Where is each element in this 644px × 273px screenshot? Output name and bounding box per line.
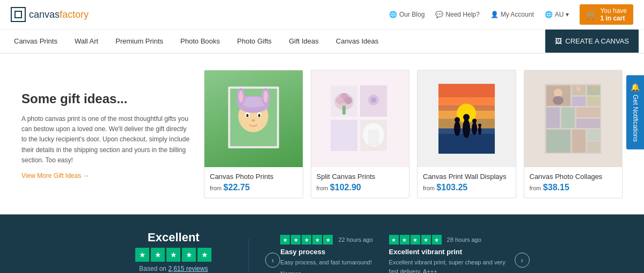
logo[interactable]: canvasfactory	[11, 7, 89, 22]
svg-rect-51	[561, 107, 575, 128]
cart-icon: 🛒	[586, 10, 597, 20]
svg-rect-53	[576, 119, 600, 128]
account-icon: 👤	[491, 11, 499, 18]
products-grid: Canvas Photo Prints from $22.75	[204, 70, 623, 198]
product-image-sunset	[418, 70, 516, 167]
trustpilot-divider	[248, 239, 249, 273]
account-link[interactable]: 👤 My Account	[491, 11, 534, 18]
main-nav: Canvas Prints Wall Art Premium Prints Ph…	[0, 30, 644, 54]
blog-link[interactable]: 🌐 Our Blog	[389, 11, 425, 18]
svg-rect-52	[576, 107, 600, 117]
svg-point-58	[554, 89, 562, 97]
bell-icon: 🔔	[631, 83, 640, 91]
product-price: from $103.25	[423, 183, 510, 192]
review-1-header: ★ ★ ★ ★ ★ 22 hours ago	[280, 235, 372, 245]
logo-text: canvasfactory	[29, 9, 89, 20]
svg-rect-28	[368, 130, 379, 146]
left-text: Some gift ideas... A photo canvas print …	[21, 70, 193, 179]
review-1-text: Easy process, and fast turnaround!	[280, 258, 372, 267]
product-card-canvas-photo-prints[interactable]: Canvas Photo Prints from $22.75	[204, 70, 303, 198]
svg-rect-48	[572, 97, 586, 106]
svg-point-43	[478, 124, 481, 127]
product-price: from $38.15	[530, 183, 617, 192]
svg-rect-16	[331, 120, 357, 151]
review-1-title: Easy process	[280, 248, 372, 256]
trustpilot-reviews-area: ★ ★ ★ ★ ★ 22 hours ago Easy process Easy…	[280, 235, 507, 273]
product-image-flowers	[311, 70, 409, 167]
product-image-baby	[204, 70, 303, 167]
content-area: Some gift ideas... A photo canvas print …	[21, 70, 623, 198]
product-info: Canvas Photo Prints from $22.75	[204, 167, 303, 198]
trustpilot-review-1: ★ ★ ★ ★ ★ 22 hours ago Easy process Easy…	[280, 235, 372, 273]
nav-item-gift-ideas[interactable]: Gift Ideas	[280, 30, 327, 53]
top-nav: 🌐 Our Blog 💬 Need Help? 👤 My Account 🌐 A…	[389, 4, 633, 25]
view-more-link[interactable]: View More Gift Ideas →	[21, 172, 193, 179]
star-1: ★	[135, 248, 149, 262]
svg-point-13	[252, 119, 255, 121]
review-1-time: 22 hours ago	[338, 236, 372, 243]
product-card-split-canvas[interactable]: Split Canvas Prints from $102.90	[311, 70, 410, 198]
product-image-collage	[524, 70, 623, 167]
nav-item-canvas-ideas[interactable]: Canvas Ideas	[327, 30, 387, 53]
svg-point-37	[455, 117, 460, 123]
nav-item-photo-books[interactable]: Photo Books	[172, 30, 229, 53]
svg-point-25	[345, 97, 352, 104]
star-2: ★	[151, 248, 165, 262]
star-5: ★	[197, 248, 211, 262]
gift-description: A photo canvas print is one of the most …	[21, 114, 193, 166]
svg-point-42	[478, 126, 481, 135]
product-info: Canvas Photo Collages from $38.15	[524, 167, 623, 198]
svg-point-38	[463, 119, 470, 138]
trustpilot-prev-button[interactable]: ‹	[265, 253, 280, 268]
review-2-text: Excellent vibrant print, super cheap and…	[389, 258, 507, 273]
help-link[interactable]: 💬 Need Help?	[435, 11, 479, 18]
nav-item-wall-art[interactable]: Wall Art	[66, 30, 107, 53]
product-name: Canvas Photo Prints	[210, 173, 297, 181]
star-3: ★	[166, 248, 180, 262]
svg-point-36	[454, 121, 460, 136]
review-2-time: 28 hours ago	[447, 236, 481, 243]
trustpilot-next-button[interactable]: ›	[515, 253, 530, 268]
svg-point-7	[239, 91, 243, 103]
svg-point-59	[553, 96, 564, 105]
review-1-stars: ★ ★ ★ ★ ★	[280, 235, 333, 245]
svg-point-11	[246, 114, 248, 117]
trustpilot-rating-label: Excellent	[114, 231, 232, 245]
globe-icon: 🌐	[545, 11, 553, 18]
product-info: Split Canvas Prints from $102.90	[311, 167, 409, 198]
product-name: Canvas Print Wall Displays	[423, 173, 510, 181]
review-count-link[interactable]: 2,615 reviews	[168, 265, 208, 272]
product-name: Split Canvas Prints	[317, 173, 404, 181]
product-card-photo-collages[interactable]: Canvas Photo Collages from $38.15	[524, 70, 623, 198]
nav-item-photo-gifts[interactable]: Photo Gifts	[229, 30, 280, 53]
product-card-wall-displays[interactable]: Canvas Print Wall Displays from $103.25	[417, 70, 516, 198]
nav-item-premium-prints[interactable]: Premium Prints	[107, 30, 172, 53]
trustpilot-summary: Excellent ★ ★ ★ ★ ★ Based on 2,615 revie…	[114, 231, 232, 273]
svg-rect-55	[572, 130, 586, 153]
svg-point-60	[576, 87, 581, 91]
svg-point-61	[591, 87, 596, 91]
chevron-down-icon: ▾	[566, 11, 569, 18]
notification-sidebar[interactable]: 🔔 Get Notifications	[626, 75, 644, 149]
svg-point-39	[463, 114, 470, 120]
region-selector[interactable]: 🌐 AU ▾	[545, 11, 569, 18]
svg-point-41	[472, 119, 477, 123]
nav-item-canvas-prints[interactable]: Canvas Prints	[5, 30, 66, 53]
create-canvas-button[interactable]: 🖼 CREATE A CANVAS	[545, 30, 639, 53]
product-info: Canvas Print Wall Displays from $103.25	[418, 167, 516, 198]
svg-point-8	[264, 91, 268, 103]
svg-rect-54	[546, 130, 570, 153]
main-content: Some gift ideas... A photo canvas print …	[0, 54, 644, 214]
logo-icon	[11, 7, 26, 22]
svg-rect-26	[342, 106, 346, 114]
svg-point-21	[371, 97, 376, 103]
review-2-header: ★ ★ ★ ★ ★ 28 hours ago	[389, 235, 507, 245]
help-icon: 💬	[435, 11, 443, 18]
svg-rect-49	[587, 97, 600, 106]
cart-button[interactable]: 🛒 You have 1 in cart	[580, 4, 633, 25]
trustpilot-review-2: ★ ★ ★ ★ ★ 28 hours ago Excellent vibrant…	[389, 235, 507, 273]
svg-rect-57	[587, 142, 600, 153]
canvas-icon: 🖼	[555, 37, 562, 45]
blog-icon: 🌐	[389, 11, 397, 18]
trustpilot-stars: ★ ★ ★ ★ ★	[114, 248, 232, 262]
